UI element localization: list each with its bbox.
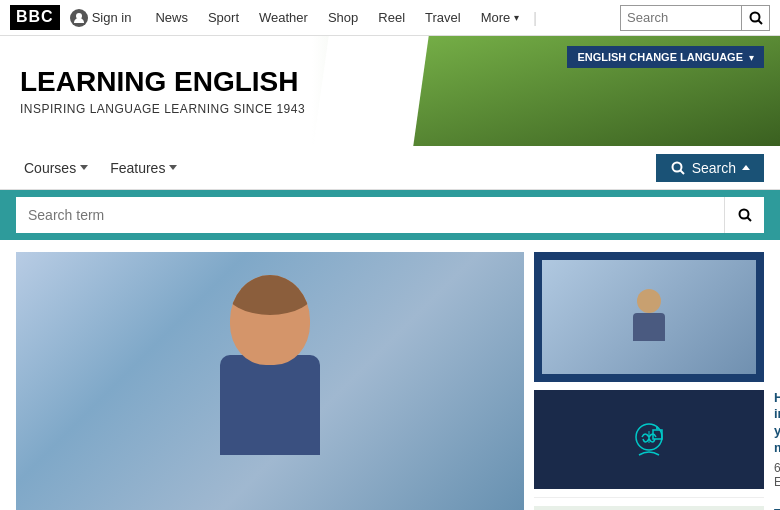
sidebar-thumb-2 (534, 390, 764, 490)
search-label: Search (692, 160, 736, 176)
sub-navigation: Courses Features Search (0, 146, 780, 190)
sidebar-item-2[interactable]: How to improve your memory 6 Minute Engl… (534, 382, 764, 499)
sidebar-sub-2: 6 Minute English (774, 461, 780, 489)
search-toggle-button[interactable]: Search (656, 154, 764, 182)
nav-shop[interactable]: Shop (318, 0, 368, 36)
features-menu[interactable]: Features (102, 156, 185, 180)
sidebar: Expect, wait and hope English In A Minut… (534, 252, 764, 510)
bbc-logo[interactable]: BBC (10, 5, 60, 30)
features-label: Features (110, 160, 165, 176)
thumb-body-1 (633, 313, 665, 341)
thumb-head-1 (637, 289, 661, 313)
sidebar-text-2: How to improve your memory 6 Minute Engl… (774, 390, 780, 490)
sidebar-thumb-1 (542, 260, 756, 374)
svg-line-2 (758, 20, 762, 24)
hero-banner: ENGLISH CHANGE LANGUAGE ▾ LEARNING ENGLI… (0, 36, 780, 146)
hero-subtitle: INSPIRING LANGUAGE LEARNING SINCE 1943 (20, 101, 305, 115)
top-search-button[interactable] (741, 6, 769, 30)
courses-chevron-icon (80, 165, 88, 170)
content-area: Expect, wait and hope What's the differe… (0, 240, 780, 510)
nav-weather[interactable]: Weather (249, 0, 318, 36)
thumb-person-1 (629, 289, 669, 344)
sidebar-title-3: The shop where everything's recycled (774, 506, 780, 510)
nav-sport[interactable]: Sport (198, 0, 249, 36)
top-search-input[interactable] (621, 6, 741, 30)
lang-chevron-icon: ▾ (749, 52, 754, 63)
sidebar-item-3[interactable]: The shop where everything's recycled Lin… (534, 498, 764, 510)
sidebar-title-1: Expect, wait and hope (766, 260, 780, 328)
svg-line-6 (747, 218, 751, 222)
nav-links: News Sport Weather Shop Reel Travel More… (145, 0, 614, 36)
hero-text-block: LEARNING ENGLISH INSPIRING LANGUAGE LEAR… (20, 67, 305, 116)
brain-icon (627, 417, 671, 461)
sidebar-text-1: Expect, wait and hope English In A Minut… (766, 260, 780, 374)
hero-title: LEARNING ENGLISH (20, 67, 305, 98)
sidebar-item-1[interactable]: Expect, wait and hope English In A Minut… (534, 252, 764, 382)
sub-nav-left: Courses Features (16, 156, 185, 180)
search-input[interactable] (16, 197, 724, 233)
language-button[interactable]: ENGLISH CHANGE LANGUAGE ▾ (567, 46, 764, 68)
search-bar (0, 190, 780, 240)
nav-travel[interactable]: Travel (415, 0, 471, 36)
main-feature[interactable]: Expect, wait and hope What's the differe… (16, 252, 524, 510)
person-figure (190, 275, 350, 495)
sidebar-text-3: The shop where everything's recycled Lin… (774, 506, 780, 510)
sidebar-sub-1: English In A Minute (766, 332, 780, 374)
sign-in-button[interactable]: Sign in (70, 9, 132, 27)
sign-in-label: Sign in (92, 10, 132, 25)
person-head (230, 275, 310, 365)
top-search-box[interactable] (620, 5, 770, 31)
courses-menu[interactable]: Courses (16, 156, 96, 180)
courses-label: Courses (24, 160, 76, 176)
nav-more[interactable]: More ▾ (471, 0, 530, 36)
search-submit-button[interactable] (724, 197, 764, 233)
user-icon (70, 9, 88, 27)
sidebar-thumb-3 (534, 506, 764, 510)
lang-label: ENGLISH CHANGE LANGUAGE (577, 51, 743, 63)
more-arrow-icon: ▾ (514, 12, 519, 23)
nav-news[interactable]: News (145, 0, 198, 36)
search-chevron-icon (742, 165, 750, 170)
top-navigation: BBC Sign in News Sport Weather Shop Reel… (0, 0, 780, 36)
search-icon (748, 10, 764, 26)
nav-reel[interactable]: Reel (368, 0, 415, 36)
sidebar-title-2: How to improve your memory (774, 390, 780, 458)
svg-point-3 (672, 162, 681, 171)
svg-point-1 (750, 12, 759, 21)
search-submit-icon (737, 207, 753, 223)
person-body (220, 355, 320, 455)
svg-point-5 (739, 210, 748, 219)
search-toggle-icon (670, 160, 686, 176)
feature-image (16, 252, 524, 510)
features-chevron-icon (169, 165, 177, 170)
svg-line-4 (680, 170, 684, 174)
